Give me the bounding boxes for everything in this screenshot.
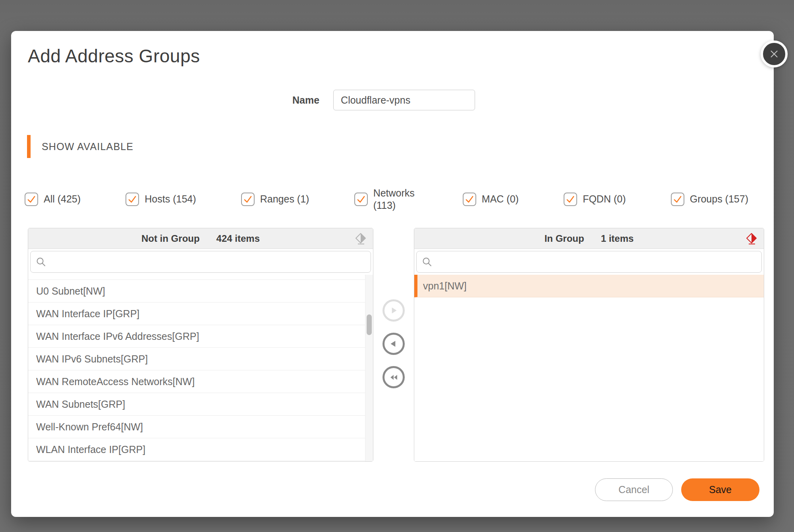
filter-label: Groups (157) [690,193,748,205]
cut-off-row [28,275,373,280]
save-button[interactable]: Save [681,478,759,501]
transfer-controls [373,228,414,462]
list-item-label: U0 Subnet[NW] [36,285,105,297]
name-field-row: Name [292,90,475,110]
move-right-button[interactable] [383,299,405,322]
list-item-label: WLAN Interface IP[GRP] [36,444,145,455]
scrollbar-track[interactable] [365,275,373,461]
name-input[interactable] [333,90,475,110]
filter-row: All (425) Hosts (154) Ranges (1) Network… [25,179,748,220]
clear-left-selection-button[interactable] [355,233,367,245]
eraser-icon [746,233,757,245]
list-item[interactable]: WAN RemoteAccess Networks[NW] [28,370,373,393]
filter-label: Ranges (1) [260,193,309,205]
name-label: Name [292,94,319,106]
filter-checkbox-item[interactable]: MAC (0) [463,193,519,206]
close-icon [768,48,780,60]
eraser-icon [355,233,367,245]
in-group-count: 1 items [601,233,634,244]
list-item[interactable]: U0 Subnet[NW] [28,280,373,303]
list-item-label: WAN RemoteAccess Networks[NW] [36,376,195,387]
list-item-label: WAN IPv6 Subnets[GRP] [36,353,148,365]
list-item[interactable]: WAN Interface IP[GRP] [28,303,373,325]
search-icon [36,256,46,267]
list-item[interactable]: WAN Subnets[GRP] [28,393,373,416]
list-item[interactable]: WAN IPv6 Subnets[GRP] [28,348,373,370]
section-accent-bar [27,135,31,158]
in-group-panel: In Group 1 items [414,228,764,462]
checkmark-icon [672,194,683,204]
checkmark-icon [464,194,475,204]
page-title: Add Address Groups [28,45,200,67]
not-in-group-title: Not in Group [141,233,200,244]
add-address-groups-dialog: Add Address Groups Name SHOW AVAILABLE A… [11,31,774,517]
filter-label: FQDN (0) [583,193,626,205]
checkmark-icon [565,194,576,204]
checkbox[interactable] [463,193,476,206]
checkbox[interactable] [25,193,38,206]
checkbox[interactable] [564,193,577,206]
arrow-left-icon [388,339,399,349]
filter-label: Networks (113) [373,187,418,212]
filter-checkbox-item[interactable]: Hosts (154) [126,193,196,206]
list-item-label: WAN Interface IPv6 Addresses[GRP] [36,331,199,342]
list-item[interactable]: WAN Interface IPv6 Addresses[GRP] [28,325,373,348]
not-in-group-list: U0 Subnet[NW] WAN Interface IP[GRP] WAN … [28,275,373,461]
cancel-button[interactable]: Cancel [595,478,673,501]
clear-in-group-button[interactable] [746,233,757,245]
close-button[interactable] [761,40,788,67]
checkmark-icon [356,194,366,204]
in-group-title: In Group [545,233,584,244]
not-in-group-search-input[interactable] [30,251,371,273]
filter-checkbox-item[interactable]: Ranges (1) [241,193,309,206]
filter-checkbox-item[interactable]: Networks (113) [354,187,418,212]
checkmark-icon [243,194,253,204]
left-search [30,251,371,273]
not-in-group-panel: Not in Group 424 items [28,228,373,462]
filter-label: Hosts (154) [145,193,196,205]
checkbox[interactable] [241,193,255,206]
move-left-button[interactable] [383,333,405,355]
list-item[interactable]: vpn1[NW] [414,275,764,297]
arrow-right-icon [388,305,399,316]
not-in-group-header: Not in Group 424 items [28,228,373,249]
checkmark-icon [127,194,137,204]
checkbox[interactable] [354,193,368,206]
double-arrow-left-icon [388,372,399,383]
filter-label: All (425) [44,193,81,205]
filter-checkbox-item[interactable]: Groups (157) [671,193,748,206]
in-group-list: vpn1[NW] [414,275,764,461]
move-all-left-button[interactable] [383,366,405,388]
list-item[interactable]: Well-Known Pref64[NW] [28,416,373,438]
checkmark-icon [26,194,37,204]
checkbox[interactable] [671,193,684,206]
show-available-section: SHOW AVAILABLE [27,135,133,158]
list-item-label: vpn1[NW] [423,280,467,292]
filter-label: MAC (0) [482,193,519,205]
right-search [416,251,762,273]
search-icon [422,256,433,267]
checkbox[interactable] [126,193,139,206]
list-item-label: Well-Known Pref64[NW] [36,421,143,433]
list-item-label: WAN Interface IP[GRP] [36,308,139,320]
in-group-header: In Group 1 items [414,228,764,249]
scrollbar-thumb[interactable] [367,314,372,335]
filter-checkbox-item[interactable]: All (425) [25,193,81,206]
list-item[interactable]: WLAN Interface IP[GRP] [28,438,373,461]
list-item-label: WAN Subnets[GRP] [36,399,125,410]
section-title: SHOW AVAILABLE [42,141,133,152]
transfer-panels: Not in Group 424 items [28,228,764,462]
filter-checkbox-item[interactable]: FQDN (0) [564,193,626,206]
in-group-search-input[interactable] [416,251,762,273]
not-in-group-count: 424 items [216,233,260,244]
